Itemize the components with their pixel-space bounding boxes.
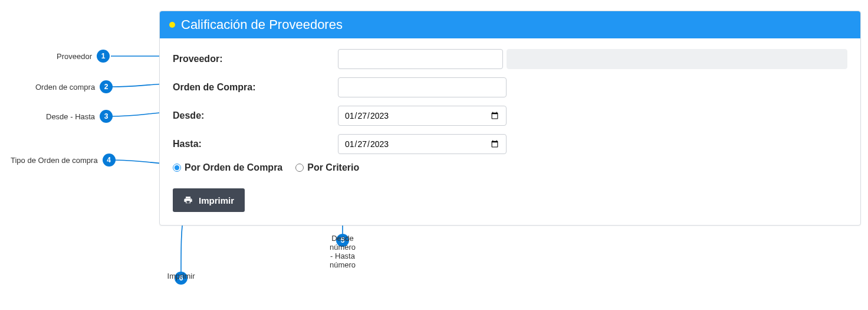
input-hasta[interactable] <box>338 134 507 154</box>
annot-badge-1: 1 <box>97 50 110 63</box>
printer-icon <box>183 195 193 205</box>
panel-calificacion-proveedores: Calificación de Proveedores Proveedor: O… <box>159 11 861 226</box>
panel-header: Calificación de Proveedores <box>160 11 860 38</box>
annot-label-5: Desde número - Hasta número <box>330 234 356 269</box>
label-proveedor: Proveedor: <box>173 54 338 64</box>
label-desde: Desde: <box>173 110 338 121</box>
annot-label-2: Orden de compra <box>35 83 95 92</box>
radio-input-por-criterio[interactable] <box>295 164 304 172</box>
radio-label-por-orden: Por Orden de Compra <box>185 162 282 173</box>
radio-label-por-criterio: Por Criterio <box>307 162 359 173</box>
radio-input-por-orden[interactable] <box>173 164 181 172</box>
status-dot-icon <box>169 22 175 28</box>
panel-title: Calificación de Proveedores <box>181 17 343 32</box>
input-proveedor-code[interactable] <box>338 49 503 69</box>
print-button-label: Imprimir <box>199 195 234 205</box>
annot-badge-4: 4 <box>103 154 116 167</box>
annot-label-4: Tipo de Orden de compra <box>11 156 98 165</box>
input-orden-compra[interactable] <box>338 77 507 97</box>
annot-label-1: Proveedor <box>57 52 92 61</box>
annot-badge-3: 3 <box>100 110 113 123</box>
label-orden-compra: Orden de Compra: <box>173 82 338 93</box>
annot-label-6: Imprimir <box>167 272 195 280</box>
label-hasta: Hasta: <box>173 139 338 149</box>
radio-por-criterio[interactable]: Por Criterio <box>295 162 359 173</box>
input-desde[interactable] <box>338 106 507 126</box>
annot-label-3: Desde - Hasta <box>46 112 95 121</box>
print-button[interactable]: Imprimir <box>173 188 245 212</box>
annot-badge-2: 2 <box>100 80 113 93</box>
display-proveedor-name <box>507 49 847 69</box>
radio-por-orden[interactable]: Por Orden de Compra <box>173 162 282 173</box>
